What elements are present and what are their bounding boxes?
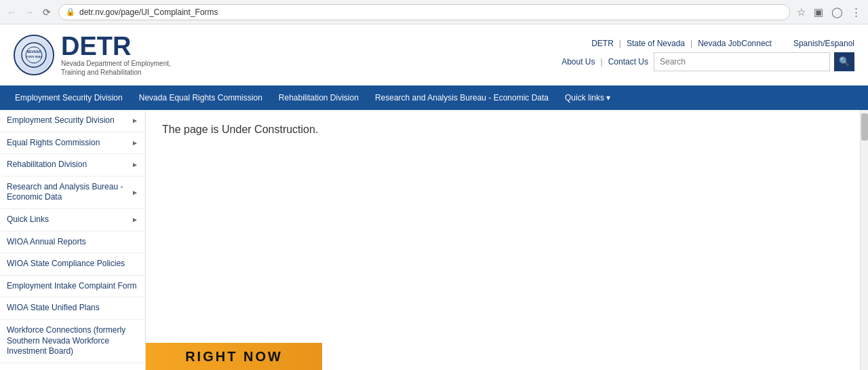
- seal-inner: NEVADA STATE SEAL: [16, 37, 52, 73]
- nav-jobconnect[interactable]: Nevada JobConnect: [692, 39, 777, 48]
- chevron-icon: ►: [132, 215, 138, 224]
- extensions-icon[interactable]: ▣: [812, 5, 825, 20]
- site-header: NEVADA STATE SEAL DETR Nevada Department…: [0, 24, 868, 86]
- under-construction-message: The page is Under Construction.: [162, 124, 844, 136]
- sidebar: Employment Security Division ► Equal Rig…: [0, 110, 146, 370]
- browser-chrome: ← → ⟳ 🔒 detr.nv.gov/page/UI_Complaint_Fo…: [0, 0, 868, 24]
- right-now-banner[interactable]: RIGHT NOW: [146, 343, 322, 370]
- nav-research[interactable]: Research and Analysis Bureau - Economic …: [367, 86, 557, 110]
- svg-text:STATE SEAL: STATE SEAL: [26, 55, 43, 58]
- sidebar-item-public-accommodations[interactable]: Public Accommodations Intake Complaint: [0, 363, 145, 370]
- menu-icon[interactable]: ⋮: [850, 5, 863, 20]
- content-wrapper: Employment Security Division ► Equal Rig…: [0, 110, 868, 370]
- logo-seal: NEVADA STATE SEAL: [14, 35, 54, 75]
- nav-state-nevada[interactable]: State of Nevada: [621, 39, 690, 48]
- nav-quicklinks[interactable]: Quick links ▾: [557, 86, 618, 110]
- top-nav-links: DETR | State of Nevada | Nevada JobConne…: [586, 39, 777, 48]
- chevron-icon: ►: [132, 138, 138, 147]
- forward-button[interactable]: →: [23, 6, 35, 18]
- scrollbar-thumb[interactable]: [861, 113, 868, 141]
- scrollbar[interactable]: [860, 110, 868, 370]
- sidebar-item-employment[interactable]: Employment Security Division ►: [0, 110, 145, 132]
- url-text: detr.nv.gov/page/UI_Complaint_Forms: [79, 7, 218, 17]
- sidebar-item-research[interactable]: Research and Analysis Bureau - Economic …: [0, 177, 145, 209]
- chevron-icon: ►: [132, 160, 138, 169]
- second-nav-links: About Us | Contact Us: [556, 57, 654, 67]
- sidebar-item-wioa-unified[interactable]: WIOA State Unified Plans: [0, 297, 145, 320]
- sidebar-item-equal-rights[interactable]: Equal Rights Commission ►: [0, 132, 145, 155]
- logo-detr-text: DETR: [61, 33, 171, 59]
- lang-link[interactable]: Spanish/Espanol: [780, 39, 854, 48]
- bookmark-icon[interactable]: ☆: [795, 5, 807, 20]
- nav-equal-rights[interactable]: Nevada Equal Rights Commission: [131, 86, 271, 110]
- back-button[interactable]: ←: [5, 6, 18, 18]
- address-bar[interactable]: 🔒 detr.nv.gov/page/UI_Complaint_Forms: [58, 4, 790, 20]
- reload-button[interactable]: ⟳: [41, 6, 53, 18]
- nav-rehabilitation[interactable]: Rehabilitation Division: [271, 86, 367, 110]
- sidebar-item-employment-intake[interactable]: Employment Intake Complaint Form: [0, 276, 145, 298]
- nav-detr[interactable]: DETR: [586, 39, 619, 48]
- lock-icon: 🔒: [66, 7, 75, 16]
- nav-about[interactable]: About Us: [556, 57, 600, 67]
- svg-text:NEVADA: NEVADA: [27, 50, 41, 54]
- nav-employment-security[interactable]: Employment Security Division: [7, 86, 131, 110]
- account-icon[interactable]: ◯: [830, 5, 844, 20]
- browser-toolbar: ☆ ▣ ◯ ⋮: [795, 5, 863, 20]
- search-input[interactable]: [654, 52, 830, 71]
- website: NEVADA STATE SEAL DETR Nevada Department…: [0, 24, 868, 370]
- header-right: DETR | State of Nevada | Nevada JobConne…: [556, 39, 854, 71]
- sidebar-item-wioa-reports[interactable]: WIOA Annual Reports: [0, 232, 145, 254]
- sidebar-item-rehabilitation[interactable]: Rehabilitation Division ►: [0, 154, 145, 177]
- logo-text: DETR Nevada Department of Employment,Tra…: [61, 33, 171, 77]
- logo-area: NEVADA STATE SEAL DETR Nevada Department…: [14, 33, 171, 77]
- sidebar-item-workforce-connections[interactable]: Workforce Connections (formerly Southern…: [0, 320, 145, 363]
- main-nav: Employment Security Division Nevada Equa…: [0, 86, 868, 110]
- logo-subtitle-text: Nevada Department of Employment,Training…: [61, 59, 171, 77]
- search-button[interactable]: 🔍: [834, 52, 854, 71]
- chevron-icon: ►: [132, 116, 138, 125]
- sidebar-item-quicklinks[interactable]: Quick Links ►: [0, 209, 145, 232]
- chevron-icon: ►: [132, 188, 138, 197]
- nav-contact[interactable]: Contact Us: [603, 57, 654, 67]
- main-content: The page is Under Construction. RIGHT NO…: [146, 110, 860, 370]
- sidebar-item-wioa-compliance[interactable]: WIOA State Compliance Policies: [0, 253, 145, 276]
- search-row: 🔍: [654, 52, 854, 71]
